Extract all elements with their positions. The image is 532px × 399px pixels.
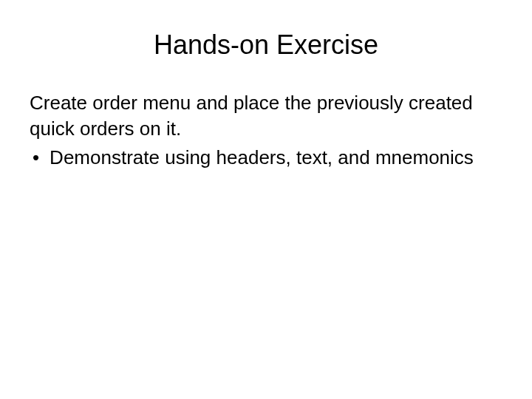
bullet-marker: • [33, 145, 39, 171]
bullet-text: Demonstrate using headers, text, and mne… [50, 145, 502, 171]
bullet-item: • Demonstrate using headers, text, and m… [30, 145, 502, 171]
intro-text: Create order menu and place the previous… [30, 90, 502, 142]
slide-title: Hands-on Exercise [30, 30, 502, 61]
slide-container: Hands-on Exercise Create order menu and … [0, 0, 532, 399]
slide-content: Create order menu and place the previous… [30, 90, 502, 171]
